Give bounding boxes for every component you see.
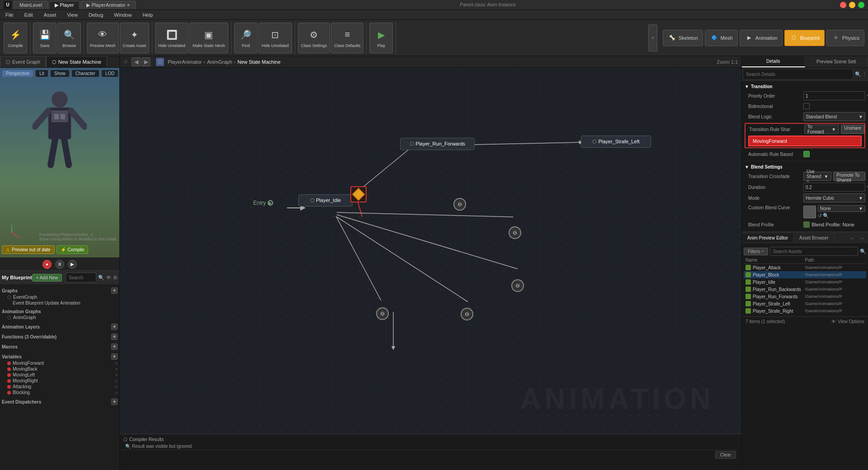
- player-strafe-left-node[interactable]: ⬡ Player_Strafe_Left: [581, 136, 651, 148]
- menu-help[interactable]: Help: [141, 11, 155, 19]
- asset-search-input[interactable]: [770, 247, 858, 256]
- breadcrumb-0[interactable]: PlayerAnimator: [168, 59, 202, 65]
- add-macro-button[interactable]: +: [111, 343, 118, 350]
- asset-row-4[interactable]: Player_Run_Forwards /Game/Animations/P: [744, 293, 866, 300]
- menu-edit[interactable]: Edit: [23, 11, 35, 19]
- transition-circle-2[interactable]: ⊖: [509, 226, 521, 239]
- event-graph-tab[interactable]: ⬡ Event Graph: [0, 56, 46, 67]
- save-button[interactable]: 💾 Save: [33, 23, 57, 53]
- viewport[interactable]: Perspective Lit Show Character LOD: [0, 68, 119, 258]
- duration-input[interactable]: [803, 183, 865, 192]
- details-options-icon[interactable]: ⋮: [862, 71, 867, 77]
- blueprint-search-input[interactable]: [66, 273, 96, 282]
- asset-row-0[interactable]: Player_Attack /Game/Animations/P: [744, 264, 866, 271]
- transition-circle-5[interactable]: ⊖: [461, 308, 473, 320]
- breadcrumb-1[interactable]: AnimGraph: [207, 59, 232, 65]
- graph-canvas[interactable]: Entry ▶ ⬡ Player_Idle ⬡ Player_Run_Forwa…: [120, 68, 741, 434]
- new-state-machine-tab[interactable]: ⬡ New State Machine: [46, 56, 107, 67]
- preview-scene-tab[interactable]: Preview Scene Sett: [805, 56, 868, 67]
- show-button[interactable]: Show: [50, 70, 70, 77]
- view-options-label[interactable]: View Options: [838, 319, 864, 324]
- blueprint-tab[interactable]: ⬡ Blueprint: [784, 30, 825, 46]
- event-graph-item[interactable]: ⬡ EventGraph: [0, 294, 119, 300]
- entry-node[interactable]: Entry ▶: [253, 200, 273, 206]
- add-function-button[interactable]: +: [111, 334, 118, 340]
- close-button[interactable]: [840, 2, 846, 8]
- asset-row-3[interactable]: Player_Run_Backwards /Game/Animations/P: [744, 286, 866, 293]
- add-dispatcher-button[interactable]: +: [111, 399, 118, 405]
- record-button[interactable]: ●: [42, 260, 52, 269]
- reset-icon[interactable]: ↺: [818, 213, 822, 219]
- create-asset-button[interactable]: ✦ Create Asset: [120, 23, 150, 53]
- none-dropdown[interactable]: None ▼: [818, 205, 865, 212]
- auto-rule-checkbox[interactable]: [803, 151, 810, 157]
- transition-circle-4[interactable]: ⊖: [376, 307, 389, 320]
- preview-out-of-date-button[interactable]: ⚠ Preview out of date: [2, 245, 55, 254]
- compile-button[interactable]: ⚡ Compile: [4, 23, 27, 53]
- asset-row-2[interactable]: Player_Idle /Game/Animations/P: [744, 278, 866, 286]
- asset-browser-tab[interactable]: Asset Browser: [794, 234, 834, 242]
- preview-mesh-button[interactable]: 👁 Preview Mesh: [87, 23, 119, 53]
- variable-moving-back[interactable]: MovingBack ≡: [0, 366, 119, 372]
- none-color-box[interactable]: [803, 206, 816, 218]
- anim-nav-back[interactable]: ←: [848, 235, 857, 242]
- tab-player[interactable]: ▶ Player: [49, 1, 80, 9]
- details-tab[interactable]: Details: [742, 56, 805, 67]
- filter-button[interactable]: Filters ~: [744, 248, 768, 255]
- class-defaults-button[interactable]: ≡ Class Defaults: [331, 23, 363, 53]
- perspective-button[interactable]: Perspective: [2, 70, 33, 77]
- priority-order-input[interactable]: [803, 91, 865, 100]
- pause-button[interactable]: ⏸: [55, 260, 64, 269]
- hide-unrelated2-button[interactable]: ⊡ Hide Unrelated: [259, 23, 292, 53]
- play-button[interactable]: ▶ Play: [369, 23, 393, 53]
- to-forward-select[interactable]: To Forward ▼: [804, 125, 839, 134]
- settings-icon[interactable]: ⚙: [113, 275, 118, 281]
- nav-forward-button[interactable]: ▶: [142, 57, 151, 66]
- asset-row-1[interactable]: Player_Block /Game/Animations/P: [744, 271, 866, 278]
- find-button[interactable]: 🔎 Find: [234, 23, 258, 53]
- variable-blocking[interactable]: Blocking ≡: [0, 390, 119, 395]
- variable-attacking[interactable]: Attacking ≡: [0, 384, 119, 390]
- visibility-icon[interactable]: 👁: [106, 275, 111, 280]
- nav-back-button[interactable]: ◀: [132, 57, 141, 66]
- maximize-button[interactable]: [858, 2, 864, 8]
- anim-preview-tab[interactable]: Anim Preview Editor: [742, 234, 794, 242]
- animation-tab[interactable]: ▶ Animation: [740, 30, 783, 46]
- browse-button[interactable]: 🔍 Browse: [57, 23, 81, 53]
- variable-moving-right[interactable]: MovingRight ≡: [0, 378, 119, 384]
- favorite-button[interactable]: ☆: [123, 59, 128, 65]
- clear-button[interactable]: Clear: [715, 451, 736, 459]
- blend-logic-select[interactable]: Standard Blend ▼: [803, 112, 865, 121]
- search-icon[interactable]: 🔍: [98, 275, 104, 281]
- browse-curve-icon[interactable]: 🔍: [823, 213, 829, 219]
- variable-moving-forward[interactable]: MovingForward ≡: [0, 360, 119, 366]
- play-fwd-button[interactable]: ▶: [68, 260, 77, 269]
- anim-graph-item[interactable]: ⬡ AnimGraph: [0, 315, 119, 320]
- asset-row-6[interactable]: Player_Strafe_Right /Game/Animations/P: [744, 307, 866, 315]
- add-variable-button[interactable]: +: [111, 353, 118, 360]
- promote-button[interactable]: Promote To Shared: [833, 172, 865, 181]
- transition-circle-3[interactable]: ⊖: [511, 279, 524, 292]
- selected-transition-node[interactable]: [350, 186, 367, 202]
- minimize-button[interactable]: [849, 2, 855, 8]
- details-search-icon[interactable]: 🔍: [855, 71, 861, 77]
- add-graph-button[interactable]: +: [111, 287, 118, 294]
- character-button[interactable]: Character: [71, 70, 99, 77]
- unshare-button[interactable]: Unshare: [841, 125, 864, 134]
- menu-window[interactable]: Window: [112, 11, 133, 19]
- lod-button[interactable]: LOD: [101, 70, 119, 77]
- asset-row-5[interactable]: Player_Strafe_Left /Game/Animations/P: [744, 300, 866, 307]
- hide-unrelated-button[interactable]: 🔳 Hide Unrelated: [155, 23, 189, 53]
- details-search-input[interactable]: [743, 69, 853, 80]
- menu-debug[interactable]: Debug: [87, 11, 105, 19]
- tab-mainlevel[interactable]: MainLevel: [14, 1, 48, 9]
- anim-nav-forward[interactable]: →: [858, 235, 866, 242]
- variable-moving-left[interactable]: MovingLeft ≡: [0, 372, 119, 378]
- use-shared-button[interactable]: Use Shared ~ ▼: [803, 172, 831, 181]
- transition-circle-1[interactable]: ⊖: [453, 198, 466, 211]
- menu-file[interactable]: File: [4, 11, 15, 19]
- expand-toolbar-button[interactable]: »: [648, 24, 657, 52]
- tab-playeranimator[interactable]: ▶ PlayerAnimator ×: [80, 1, 136, 9]
- player-idle-node[interactable]: ⬡ Player_Idle: [298, 194, 353, 207]
- menu-asset[interactable]: Asset: [42, 11, 58, 19]
